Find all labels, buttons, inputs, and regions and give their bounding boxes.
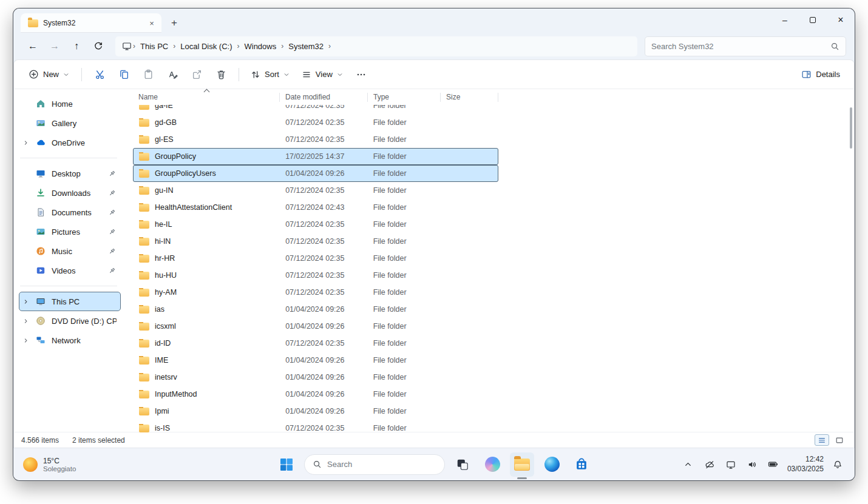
explorer-search-box[interactable] [645,36,846,56]
file-name: is-IS [155,424,170,432]
sidebar-item-desktop[interactable]: Desktop [19,164,121,183]
refresh-button[interactable] [89,36,108,56]
breadcrumb-windows[interactable]: Windows [240,40,280,53]
table-row[interactable]: hy-AM07/12/2024 02:35File folder [133,284,498,301]
sort-button[interactable]: Sort [245,66,295,84]
folder-icon [139,170,149,178]
column-header-date-modified[interactable]: Date modified [280,89,368,105]
tab-system32[interactable]: System32 × [21,13,161,33]
table-row[interactable]: is-IS07/12/2024 02:35File folder [133,420,498,437]
microsoft-store-button[interactable] [569,452,594,477]
file-type: File folder [368,373,441,381]
taskbar-search-box[interactable] [304,454,445,475]
more-options-button[interactable] [350,64,373,85]
breadcrumb[interactable]: › This PC › Local Disk (C:) › Windows › … [115,36,637,56]
edge-button[interactable] [540,452,564,477]
share-button[interactable] [185,64,208,85]
table-row[interactable]: inetsrv01/04/2024 09:26File folder [133,369,498,386]
taskbar-search-input[interactable] [327,460,436,469]
rename-button[interactable] [161,64,184,85]
up-button[interactable]: ↑ [67,36,86,56]
copilot-button[interactable] [480,452,504,477]
folder-icon [139,357,149,365]
file-explorer-icon [514,459,530,471]
table-row[interactable]: id-ID07/12/2024 02:35File folder [133,335,498,352]
table-row[interactable]: gl-ES07/12/2024 02:35File folder [133,131,498,148]
column-header-name[interactable]: Name [133,89,280,105]
file-explorer-button[interactable] [510,452,534,477]
file-type: File folder [368,424,441,432]
details-view-toggle[interactable] [815,434,829,446]
delete-button[interactable] [209,64,232,85]
volume-button[interactable] [745,456,759,473]
sidebar-item-gallery[interactable]: Gallery [19,113,121,133]
breadcrumb-local-disk[interactable]: Local Disk (C:) [176,40,236,53]
windows-logo-icon [280,458,293,471]
paste-button[interactable] [137,64,160,85]
breadcrumb-system32[interactable]: System32 [284,40,328,53]
close-button[interactable]: × [827,8,855,32]
details-pane-button[interactable]: Details [796,65,846,84]
pin-icon [108,209,117,217]
sidebar-divider [20,286,117,286]
circle-plus-icon [29,69,39,79]
sidebar-item-pictures[interactable]: Pictures [19,222,121,241]
sidebar-item-downloads[interactable]: Downloads [19,183,121,203]
battery-button[interactable] [766,456,781,473]
file-type: File folder [368,390,441,398]
task-view-button[interactable] [450,452,475,477]
table-row[interactable]: hr-HR07/12/2024 02:35File folder [133,250,498,267]
table-row[interactable]: gd-GB07/12/2024 02:35File folder [133,114,498,131]
column-header-type[interactable]: Type [368,89,441,105]
sidebar-item-videos[interactable]: Videos [19,261,121,280]
back-button[interactable]: ← [23,36,42,56]
table-row[interactable]: GroupPolicy17/02/2025 14:37File folder [133,148,498,165]
column-header-size[interactable]: Size [441,89,498,105]
table-row[interactable]: ias01/04/2024 09:26File folder [133,301,498,318]
table-row[interactable]: icsxml01/04/2024 09:26File folder [133,318,498,335]
sidebar-item-network[interactable]: Network [19,331,121,350]
file-type: File folder [368,135,441,144]
start-button[interactable] [274,452,299,477]
cut-button[interactable] [88,64,111,85]
table-row[interactable]: InputMethod01/04/2024 09:26File folder [133,386,498,403]
weather-widget[interactable]: 15°C Soleggiato [23,457,76,472]
copy-button[interactable] [112,64,135,85]
table-row[interactable]: he-IL07/12/2024 02:35File folder [133,216,498,233]
sidebar-item-documents[interactable]: Documents [19,203,121,222]
sidebar-item-music[interactable]: Music [19,241,121,261]
file-date-modified: 01/04/2024 09:26 [280,356,368,365]
large-icons-view-toggle[interactable] [832,434,847,446]
view-button[interactable]: View [296,66,348,84]
hidden-icons-button[interactable] [681,456,696,473]
sidebar-item-onedrive[interactable]: OneDrive [19,133,121,152]
table-row[interactable]: hu-HU07/12/2024 02:35File folder [133,267,498,284]
explorer-search-input[interactable] [651,42,826,51]
table-row[interactable]: gu-IN07/12/2024 02:35File folder [133,182,498,199]
taskbar-clock[interactable]: 12:42 03/03/2025 [787,455,824,474]
vertical-scrollbar[interactable] [850,107,852,149]
sidebar-item-this-pc[interactable]: This PC [19,292,121,311]
table-row[interactable]: Ipmi01/04/2024 09:26File folder [133,403,498,420]
sidebar-item-home[interactable]: Home [19,94,121,113]
table-row[interactable]: IME01/04/2024 09:26File folder [133,352,498,369]
file-date-modified: 07/12/2024 02:35 [280,220,368,229]
more-options-icon [356,70,366,79]
sidebar-item-dvd-drive[interactable]: DVD Drive (D:) CPB. [19,311,121,331]
tab-close-icon[interactable]: × [146,17,158,29]
breadcrumb-this-pc[interactable]: This PC [136,40,172,53]
file-date-modified: 01/04/2024 09:26 [280,390,368,398]
new-tab-button[interactable]: + [165,14,183,32]
table-row[interactable]: HealthAttestationClient07/12/2024 02:43F… [133,199,498,216]
file-name: hu-HU [155,271,177,280]
clock-date: 03/03/2025 [787,465,824,474]
forward-button[interactable]: → [45,36,64,56]
onedrive-status-button[interactable] [702,456,717,473]
minimize-button[interactable]: – [771,8,799,32]
maximize-button[interactable] [799,8,827,32]
network-button[interactable] [724,456,738,473]
new-button[interactable]: New [22,65,75,84]
table-row[interactable]: hi-IN07/12/2024 02:35File folder [133,233,498,250]
table-row[interactable]: GroupPolicyUsers01/04/2024 09:26File fol… [133,165,498,182]
notifications-button[interactable] [830,456,845,473]
